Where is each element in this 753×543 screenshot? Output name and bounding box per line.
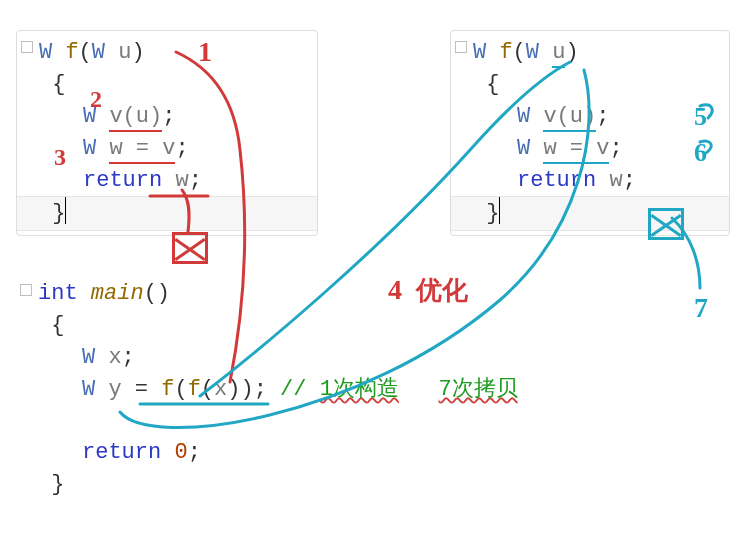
code-line: W v(u);: [473, 101, 729, 133]
hand-5: 5: [694, 98, 707, 136]
code-line: W w = v;: [39, 133, 317, 165]
code-line: return w;: [39, 165, 317, 197]
text-caret: [499, 197, 500, 223]
hand-3: 3: [54, 140, 66, 175]
code-line: return 0;: [38, 437, 518, 469]
strike-box-red: [172, 232, 208, 264]
text-caret: [65, 197, 66, 223]
strike-box-teal: [648, 208, 684, 240]
code-line: W x;: [38, 342, 518, 374]
code-line: W f(W u): [39, 37, 317, 69]
code-line: }: [451, 196, 729, 231]
code-line: W f(W u): [473, 37, 729, 69]
code-line: {: [473, 69, 729, 101]
code-panel-right: W f(W u) { W v(u); W w = v; return w; }: [450, 30, 730, 236]
code-line: [38, 406, 518, 438]
code-line: W y = f(f(x)); // 1次构造 7次拷贝: [38, 374, 518, 406]
code-block-main: int main() { W x; W y = f(f(x)); // 1次构造…: [16, 278, 518, 501]
code-line: }: [38, 469, 518, 501]
code-panel-left: W f(W u) { W v(u); W w = v; return w; }: [16, 30, 318, 236]
hand-7: 7: [694, 288, 708, 329]
code-line: {: [39, 69, 317, 101]
hand-opt: 优化: [416, 272, 468, 310]
hand-1: 1: [198, 32, 212, 73]
hand-4: 4: [388, 270, 402, 311]
code-line: }: [17, 196, 317, 231]
canvas: W f(W u) { W v(u); W w = v; return w; } …: [0, 0, 753, 543]
code-line: {: [38, 310, 518, 342]
hand-6: 6: [694, 134, 707, 172]
code-line: return w;: [473, 165, 729, 197]
code-line: W w = v;: [473, 133, 729, 165]
hand-2: 2: [90, 82, 102, 117]
code-line: W v(u);: [39, 101, 317, 133]
